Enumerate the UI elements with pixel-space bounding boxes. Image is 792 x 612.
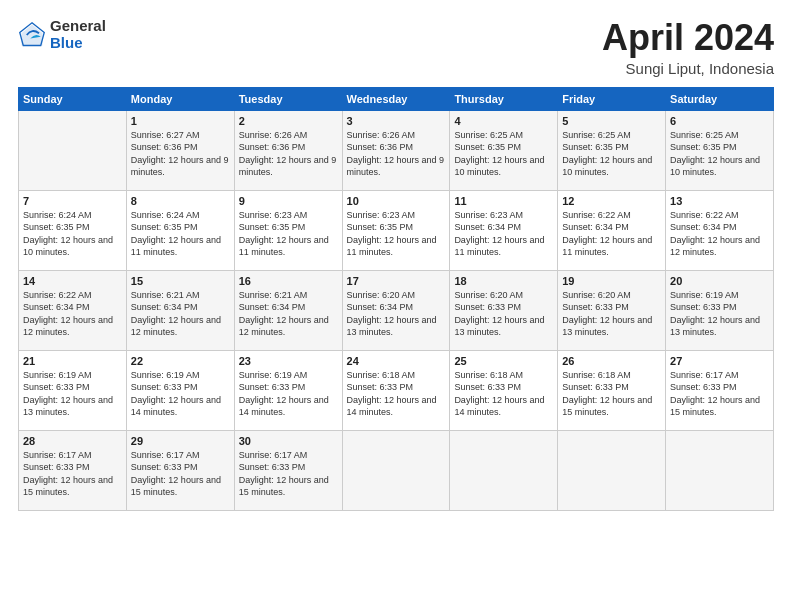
logo-icon bbox=[18, 21, 46, 49]
calendar-cell: 19Sunrise: 6:20 AMSunset: 6:33 PMDayligh… bbox=[558, 270, 666, 350]
day-info: Sunrise: 6:20 AMSunset: 6:33 PMDaylight:… bbox=[562, 289, 661, 339]
day-info: Sunrise: 6:17 AMSunset: 6:33 PMDaylight:… bbox=[670, 369, 769, 419]
header-tuesday: Tuesday bbox=[234, 87, 342, 110]
day-number: 2 bbox=[239, 115, 338, 127]
header: General Blue April 2024 Sungi Liput, Ind… bbox=[18, 18, 774, 77]
day-info: Sunrise: 6:26 AMSunset: 6:36 PMDaylight:… bbox=[239, 129, 338, 179]
calendar-cell: 11Sunrise: 6:23 AMSunset: 6:34 PMDayligh… bbox=[450, 190, 558, 270]
calendar-cell: 22Sunrise: 6:19 AMSunset: 6:33 PMDayligh… bbox=[126, 350, 234, 430]
calendar-cell: 13Sunrise: 6:22 AMSunset: 6:34 PMDayligh… bbox=[666, 190, 774, 270]
day-number: 7 bbox=[23, 195, 122, 207]
day-info: Sunrise: 6:19 AMSunset: 6:33 PMDaylight:… bbox=[670, 289, 769, 339]
calendar-cell: 9Sunrise: 6:23 AMSunset: 6:35 PMDaylight… bbox=[234, 190, 342, 270]
day-info: Sunrise: 6:22 AMSunset: 6:34 PMDaylight:… bbox=[562, 209, 661, 259]
calendar-cell: 28Sunrise: 6:17 AMSunset: 6:33 PMDayligh… bbox=[19, 430, 127, 510]
calendar-cell: 29Sunrise: 6:17 AMSunset: 6:33 PMDayligh… bbox=[126, 430, 234, 510]
day-info: Sunrise: 6:23 AMSunset: 6:35 PMDaylight:… bbox=[239, 209, 338, 259]
day-number: 16 bbox=[239, 275, 338, 287]
calendar-cell: 18Sunrise: 6:20 AMSunset: 6:33 PMDayligh… bbox=[450, 270, 558, 350]
day-info: Sunrise: 6:25 AMSunset: 6:35 PMDaylight:… bbox=[670, 129, 769, 179]
header-wednesday: Wednesday bbox=[342, 87, 450, 110]
day-info: Sunrise: 6:18 AMSunset: 6:33 PMDaylight:… bbox=[454, 369, 553, 419]
calendar-table: Sunday Monday Tuesday Wednesday Thursday… bbox=[18, 87, 774, 511]
day-number: 26 bbox=[562, 355, 661, 367]
header-thursday: Thursday bbox=[450, 87, 558, 110]
day-number: 10 bbox=[347, 195, 446, 207]
day-number: 30 bbox=[239, 435, 338, 447]
week-row-3: 14Sunrise: 6:22 AMSunset: 6:34 PMDayligh… bbox=[19, 270, 774, 350]
calendar-cell: 15Sunrise: 6:21 AMSunset: 6:34 PMDayligh… bbox=[126, 270, 234, 350]
day-number: 24 bbox=[347, 355, 446, 367]
day-number: 9 bbox=[239, 195, 338, 207]
calendar-cell: 2Sunrise: 6:26 AMSunset: 6:36 PMDaylight… bbox=[234, 110, 342, 190]
day-number: 21 bbox=[23, 355, 122, 367]
day-number: 15 bbox=[131, 275, 230, 287]
week-row-2: 7Sunrise: 6:24 AMSunset: 6:35 PMDaylight… bbox=[19, 190, 774, 270]
calendar-cell: 24Sunrise: 6:18 AMSunset: 6:33 PMDayligh… bbox=[342, 350, 450, 430]
day-info: Sunrise: 6:22 AMSunset: 6:34 PMDaylight:… bbox=[670, 209, 769, 259]
day-info: Sunrise: 6:18 AMSunset: 6:33 PMDaylight:… bbox=[562, 369, 661, 419]
day-info: Sunrise: 6:21 AMSunset: 6:34 PMDaylight:… bbox=[131, 289, 230, 339]
day-info: Sunrise: 6:22 AMSunset: 6:34 PMDaylight:… bbox=[23, 289, 122, 339]
day-number: 14 bbox=[23, 275, 122, 287]
logo-blue: Blue bbox=[50, 35, 106, 52]
calendar-cell bbox=[666, 430, 774, 510]
calendar-body: 1Sunrise: 6:27 AMSunset: 6:36 PMDaylight… bbox=[19, 110, 774, 510]
calendar-cell bbox=[19, 110, 127, 190]
day-number: 11 bbox=[454, 195, 553, 207]
day-info: Sunrise: 6:21 AMSunset: 6:34 PMDaylight:… bbox=[239, 289, 338, 339]
day-info: Sunrise: 6:24 AMSunset: 6:35 PMDaylight:… bbox=[23, 209, 122, 259]
day-info: Sunrise: 6:23 AMSunset: 6:35 PMDaylight:… bbox=[347, 209, 446, 259]
logo: General Blue bbox=[18, 18, 106, 51]
header-saturday: Saturday bbox=[666, 87, 774, 110]
day-number: 3 bbox=[347, 115, 446, 127]
day-info: Sunrise: 6:20 AMSunset: 6:33 PMDaylight:… bbox=[454, 289, 553, 339]
calendar-cell bbox=[450, 430, 558, 510]
day-number: 22 bbox=[131, 355, 230, 367]
calendar-cell: 14Sunrise: 6:22 AMSunset: 6:34 PMDayligh… bbox=[19, 270, 127, 350]
day-number: 29 bbox=[131, 435, 230, 447]
header-sunday: Sunday bbox=[19, 87, 127, 110]
day-info: Sunrise: 6:19 AMSunset: 6:33 PMDaylight:… bbox=[239, 369, 338, 419]
day-info: Sunrise: 6:25 AMSunset: 6:35 PMDaylight:… bbox=[454, 129, 553, 179]
logo-general: General bbox=[50, 18, 106, 35]
calendar-cell: 30Sunrise: 6:17 AMSunset: 6:33 PMDayligh… bbox=[234, 430, 342, 510]
day-number: 25 bbox=[454, 355, 553, 367]
day-info: Sunrise: 6:19 AMSunset: 6:33 PMDaylight:… bbox=[23, 369, 122, 419]
day-info: Sunrise: 6:17 AMSunset: 6:33 PMDaylight:… bbox=[23, 449, 122, 499]
calendar-cell bbox=[342, 430, 450, 510]
week-row-1: 1Sunrise: 6:27 AMSunset: 6:36 PMDaylight… bbox=[19, 110, 774, 190]
title-location: Sungi Liput, Indonesia bbox=[602, 60, 774, 77]
day-info: Sunrise: 6:24 AMSunset: 6:35 PMDaylight:… bbox=[131, 209, 230, 259]
svg-marker-0 bbox=[22, 24, 43, 45]
calendar-cell: 7Sunrise: 6:24 AMSunset: 6:35 PMDaylight… bbox=[19, 190, 127, 270]
title-block: April 2024 Sungi Liput, Indonesia bbox=[602, 18, 774, 77]
day-number: 8 bbox=[131, 195, 230, 207]
calendar-cell: 6Sunrise: 6:25 AMSunset: 6:35 PMDaylight… bbox=[666, 110, 774, 190]
day-number: 20 bbox=[670, 275, 769, 287]
week-row-5: 28Sunrise: 6:17 AMSunset: 6:33 PMDayligh… bbox=[19, 430, 774, 510]
day-info: Sunrise: 6:23 AMSunset: 6:34 PMDaylight:… bbox=[454, 209, 553, 259]
day-info: Sunrise: 6:26 AMSunset: 6:36 PMDaylight:… bbox=[347, 129, 446, 179]
day-number: 17 bbox=[347, 275, 446, 287]
day-number: 6 bbox=[670, 115, 769, 127]
day-number: 23 bbox=[239, 355, 338, 367]
calendar-cell: 3Sunrise: 6:26 AMSunset: 6:36 PMDaylight… bbox=[342, 110, 450, 190]
day-info: Sunrise: 6:20 AMSunset: 6:34 PMDaylight:… bbox=[347, 289, 446, 339]
calendar-cell: 20Sunrise: 6:19 AMSunset: 6:33 PMDayligh… bbox=[666, 270, 774, 350]
day-number: 28 bbox=[23, 435, 122, 447]
calendar-cell: 23Sunrise: 6:19 AMSunset: 6:33 PMDayligh… bbox=[234, 350, 342, 430]
calendar-cell: 26Sunrise: 6:18 AMSunset: 6:33 PMDayligh… bbox=[558, 350, 666, 430]
calendar-cell: 1Sunrise: 6:27 AMSunset: 6:36 PMDaylight… bbox=[126, 110, 234, 190]
day-number: 12 bbox=[562, 195, 661, 207]
calendar-cell: 27Sunrise: 6:17 AMSunset: 6:33 PMDayligh… bbox=[666, 350, 774, 430]
day-number: 18 bbox=[454, 275, 553, 287]
day-info: Sunrise: 6:25 AMSunset: 6:35 PMDaylight:… bbox=[562, 129, 661, 179]
week-row-4: 21Sunrise: 6:19 AMSunset: 6:33 PMDayligh… bbox=[19, 350, 774, 430]
calendar-cell: 8Sunrise: 6:24 AMSunset: 6:35 PMDaylight… bbox=[126, 190, 234, 270]
day-number: 4 bbox=[454, 115, 553, 127]
calendar-cell: 21Sunrise: 6:19 AMSunset: 6:33 PMDayligh… bbox=[19, 350, 127, 430]
logo-text: General Blue bbox=[50, 18, 106, 51]
day-number: 27 bbox=[670, 355, 769, 367]
calendar-header: Sunday Monday Tuesday Wednesday Thursday… bbox=[19, 87, 774, 110]
